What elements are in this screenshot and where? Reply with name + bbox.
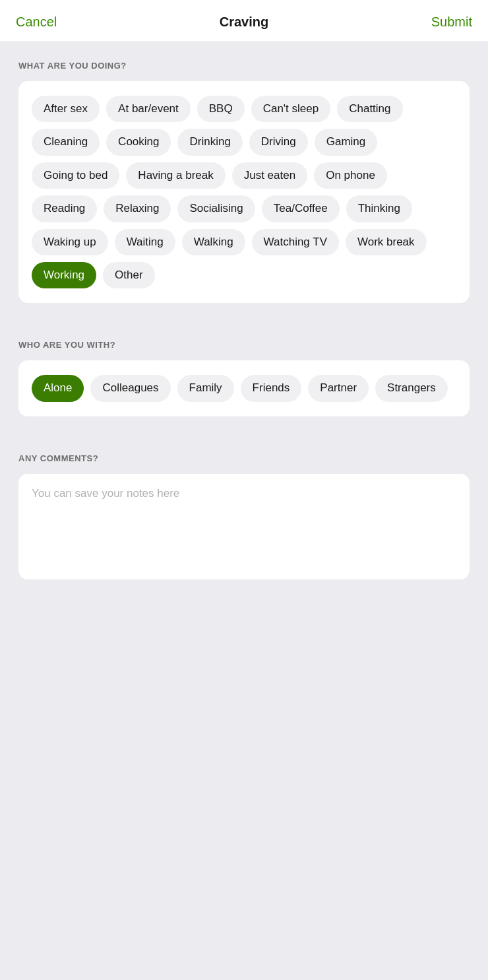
tag-just-eaten[interactable]: Just eaten [232, 162, 307, 189]
tag-after-sex[interactable]: After sex [32, 96, 100, 122]
tag-reading[interactable]: Reading [32, 195, 97, 222]
tag-going-to-bed[interactable]: Going to bed [32, 162, 119, 189]
tag-walking[interactable]: Walking [182, 229, 245, 255]
who-with-card: AloneColleaguesFamilyFriendsPartnerStran… [18, 360, 470, 416]
tag-relaxing[interactable]: Relaxing [104, 195, 171, 222]
who-with-tags: AloneColleaguesFamilyFriendsPartnerStran… [32, 375, 456, 401]
tag-cooking[interactable]: Cooking [106, 129, 171, 155]
tag-colleagues[interactable]: Colleagues [90, 375, 170, 401]
what-doing-label: WHAT ARE YOU DOING? [18, 61, 470, 71]
cancel-button[interactable]: Cancel [16, 12, 57, 32]
tag-waking-up[interactable]: Waking up [32, 229, 108, 255]
tag-friends[interactable]: Friends [241, 375, 302, 401]
tag-strangers[interactable]: Strangers [375, 375, 448, 401]
tag-drinking[interactable]: Drinking [177, 129, 242, 155]
comments-input[interactable] [18, 474, 470, 579]
tag-work-break[interactable]: Work break [346, 229, 427, 255]
tag-on-phone[interactable]: On phone [314, 162, 387, 189]
who-with-section: WHO ARE YOU WITH? AloneColleaguesFamilyF… [0, 321, 488, 416]
who-with-label: WHO ARE YOU WITH? [18, 340, 470, 350]
tag-at-bar-event[interactable]: At bar/event [106, 96, 191, 122]
what-doing-tags: After sexAt bar/eventBBQCan't sleepChatt… [32, 96, 456, 288]
tag-family[interactable]: Family [177, 375, 234, 401]
what-doing-section: WHAT ARE YOU DOING? After sexAt bar/even… [0, 42, 488, 303]
page-title: Craving [220, 15, 268, 30]
tag-alone[interactable]: Alone [32, 375, 84, 401]
submit-button[interactable]: Submit [431, 12, 472, 32]
tag-gaming[interactable]: Gaming [315, 129, 378, 155]
comments-label: ANY COMMENTS? [18, 453, 470, 463]
header: Cancel Craving Submit [0, 0, 488, 42]
tag-having-a-break[interactable]: Having a break [126, 162, 225, 189]
tag-bbq[interactable]: BBQ [197, 96, 245, 122]
comments-section: ANY COMMENTS? [0, 435, 488, 601]
tag-watching-tv[interactable]: Watching TV [252, 229, 339, 255]
tag-waiting[interactable]: Waiting [115, 229, 175, 255]
tag-chatting[interactable]: Chatting [337, 96, 402, 122]
tag-socialising[interactable]: Socialising [177, 195, 255, 222]
tag-tea-coffee[interactable]: Tea/Coffee [262, 195, 340, 222]
tag-other[interactable]: Other [103, 262, 155, 288]
tag-thinking[interactable]: Thinking [346, 195, 412, 222]
tag-working[interactable]: Working [32, 262, 96, 288]
tag-cant-sleep[interactable]: Can't sleep [251, 96, 331, 122]
tag-driving[interactable]: Driving [249, 129, 308, 155]
tag-cleaning[interactable]: Cleaning [32, 129, 100, 155]
what-doing-card: After sexAt bar/eventBBQCan't sleepChatt… [18, 81, 470, 303]
tag-partner[interactable]: Partner [308, 375, 369, 401]
